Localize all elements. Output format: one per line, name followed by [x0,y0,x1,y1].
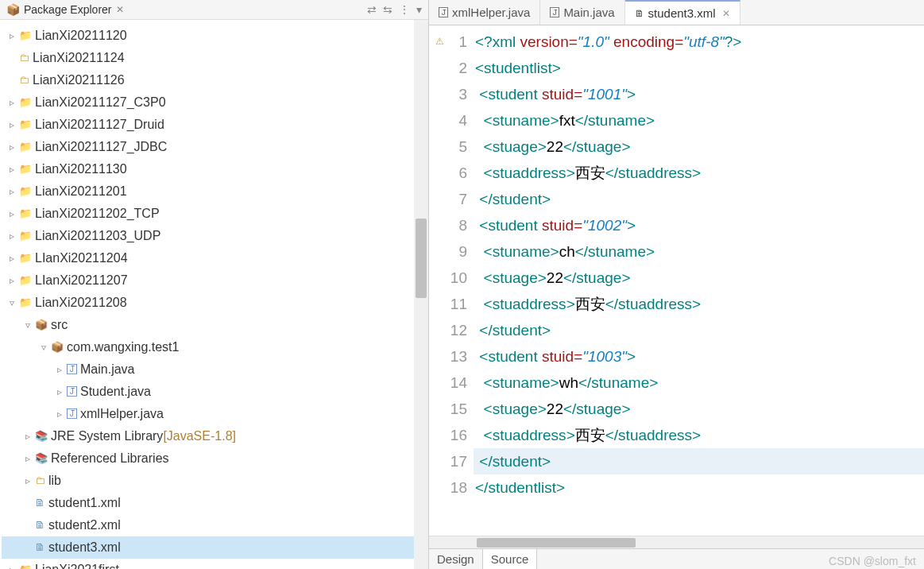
editor-tabs: 🄹xmlHelper.java🄹Main.java🗎student3.xml✕ [429,0,924,25]
explorer-toolbar: ⇄ ⇆ ⋮ ▾ [367,3,422,16]
twisty-icon[interactable]: ▹ [6,226,17,246]
twisty-icon[interactable]: ▹ [22,449,33,468]
tree-item[interactable]: ▹📁LianXi20211120 [2,25,427,47]
twisty-icon[interactable]: ▹ [6,560,17,569]
code-line[interactable]: <stuaddress>西安</stuaddress> [474,160,924,186]
editor-tab[interactable]: 🄹xmlHelper.java [429,0,540,25]
design-tab[interactable]: Design [429,549,483,569]
twisty-icon[interactable]: ▿ [22,315,33,335]
code-line[interactable]: </studentlist> [474,474,924,501]
editor-tab[interactable]: 🄹Main.java [540,0,624,25]
code-line[interactable]: <student stuid="1001"> [474,81,924,107]
tree-scrollbar[interactable] [414,20,428,569]
tree-item[interactable]: ▹📁LianXi20211127_Druid [2,114,427,136]
twisty-icon[interactable]: ▹ [22,471,33,490]
tree-item[interactable]: ▹📁LIanXi20211207 [2,269,427,292]
pkg-icon: 📦 [35,315,48,335]
fold-icon: 🗀 [35,471,45,490]
code-line[interactable]: <student stuid="1003"> [474,343,924,370]
tab-file-icon: 🗎 [635,8,644,19]
tree-item[interactable]: ▹📁LIanXi20211204 [2,247,427,269]
twisty-icon[interactable]: ▹ [6,160,17,179]
hscroll-thumb[interactable] [477,538,636,548]
code-line[interactable]: </student> [474,317,924,343]
code-line[interactable]: </student> [474,186,924,212]
watermark: CSDN @slom_fxt [829,555,916,567]
tree-item[interactable]: 🗀LianXi20211124 [2,47,427,69]
twisty-icon[interactable]: ▹ [6,26,17,45]
warning-icon: ⚠ [435,29,444,55]
code-line[interactable]: <stuaddress>西安</stuaddress> [474,291,924,317]
twisty-icon[interactable]: ▹ [6,182,17,201]
tree-item[interactable]: ▹🗀lib [2,470,427,492]
code-line[interactable]: <stuage>22</stuage> [474,134,924,160]
twisty-icon[interactable]: ▹ [22,427,33,446]
tree-item[interactable]: ▹🄹Student.java [2,381,427,403]
twisty-icon[interactable]: ▹ [54,382,65,401]
tree-item[interactable]: ▿📁LianXi20211208 [2,292,427,314]
java-icon: 🄹 [67,360,77,379]
tree-item[interactable]: ▹🄹xmlHelper.java [2,403,427,425]
twisty-icon[interactable]: ▹ [6,204,17,223]
tree-item[interactable]: ▿📦com.wangxing.test1 [2,336,427,358]
code-area[interactable]: <?xml version="1.0" encoding="utf-8"?><s… [474,25,924,536]
twisty-icon[interactable]: ▹ [54,360,65,379]
tree-item[interactable]: ▹📁LianXi20211203_UDP [2,225,427,247]
code-line[interactable]: <student stuid="1002"> [474,212,924,238]
twisty-icon[interactable]: ▿ [6,293,17,312]
tree-item[interactable]: ▹📁LianXi20211130 [2,158,427,180]
tree-item-label: LIanXi20211204 [35,249,128,268]
code-line[interactable]: <?xml version="1.0" encoding="utf-8"?> [474,29,924,55]
collapse-all-icon[interactable]: ⇄ [367,3,377,16]
twisty-icon[interactable]: ▹ [6,271,17,290]
code-line[interactable]: <stuage>22</stuage> [474,396,924,422]
tree-item-label: Main.java [80,360,134,379]
tree-item[interactable]: ▹📁LianXi20211127_C3P0 [2,91,427,114]
line-number: 14 [432,370,467,396]
tree-item[interactable]: ▹📁LianXi20211201 [2,180,427,203]
tree-item[interactable]: 🗎student1.xml [2,492,427,514]
code-line[interactable]: <stuage>22</stuage> [474,265,924,291]
tree-item[interactable]: ▹📁LianXi20211127_JDBC [2,136,427,158]
twisty-icon[interactable]: ▹ [6,137,17,157]
tree-item[interactable]: ▹🄹Main.java [2,358,427,381]
line-number: 17 [432,448,467,474]
tree-item[interactable]: ▿📦src [2,314,427,336]
code-line[interactable]: <stuname>fxt</stuname> [474,107,924,134]
tree-item-label: Referenced Libraries [51,449,169,468]
twisty-icon[interactable]: ▹ [6,93,17,112]
twisty-icon[interactable]: ▿ [38,338,49,357]
code-line[interactable]: <studentlist> [474,55,924,81]
source-tab[interactable]: Source [483,549,538,569]
package-explorer-panel: 📦 Package Explorer ✕ ⇄ ⇆ ⋮ ▾ ▹📁LianXi202… [0,0,429,569]
tree-item-label: xmlHelper.java [80,404,164,424]
horizontal-scrollbar[interactable] [429,536,924,548]
tree-item[interactable]: 🗎student2.xml [2,514,427,536]
link-editor-icon[interactable]: ⇆ [383,3,392,16]
code-line[interactable]: </student> [474,448,924,474]
tree-item[interactable]: ▹📁LianXi2021first [2,559,427,569]
project-tree[interactable]: ▹📁LianXi20211120🗀LianXi20211124🗀LianXi20… [0,20,428,569]
editor-tab[interactable]: 🗎student3.xml✕ [625,0,740,25]
twisty-icon[interactable]: ▹ [54,404,65,424]
tree-item[interactable]: ▹📚Referenced Libraries [2,447,427,470]
tree-item[interactable]: 🗎student3.xml [2,536,427,559]
minimize-icon[interactable]: ▾ [416,3,422,16]
code-line[interactable]: <stuname>ch</stuname> [474,238,924,265]
twisty-icon[interactable]: ▹ [6,249,17,268]
tree-item[interactable]: 🗀LianXi20211126 [2,69,427,91]
line-number: 8 [432,212,467,238]
twisty-icon[interactable]: ▹ [6,115,17,134]
view-menu-icon[interactable]: ⋮ [399,3,410,16]
tree-item-label: LianXi20211127_C3P0 [35,93,166,112]
tree-item[interactable]: ▹📁LianXi20211202_TCP [2,203,427,225]
code-line[interactable]: <stuaddress>西安</stuaddress> [474,422,924,448]
tab-close-icon[interactable]: ✕ [722,8,730,19]
close-view-icon[interactable]: ✕ [116,4,124,15]
tree-item[interactable]: ▹📚JRE System Library [JavaSE-1.8] [2,425,427,447]
code-line[interactable]: <stuname>wh</stuname> [474,370,924,396]
proj-icon: 📁 [19,160,32,179]
code-editor[interactable]: ⚠123456789101112131415161718 <?xml versi… [429,25,924,536]
tree-item-label: LianXi20211130 [35,160,127,179]
tree-scroll-thumb[interactable] [416,219,427,298]
